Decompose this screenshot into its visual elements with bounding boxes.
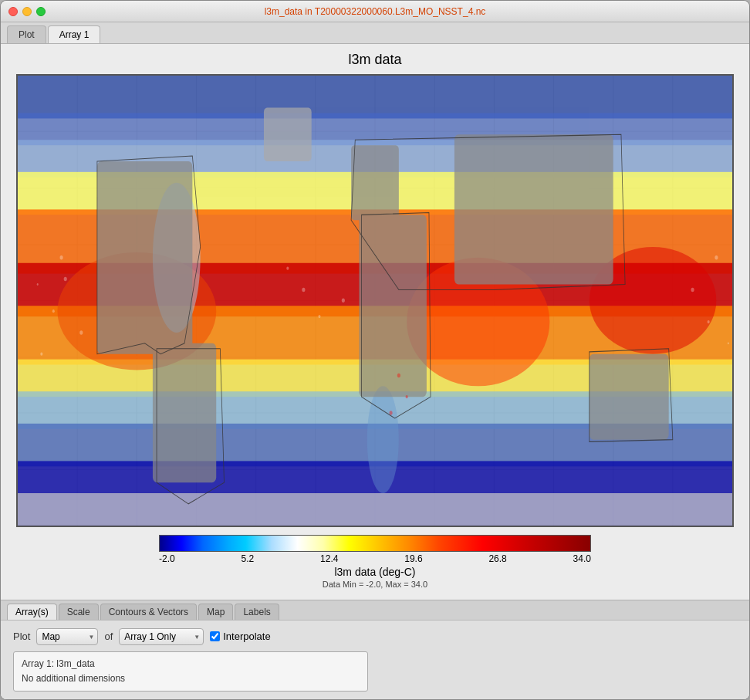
colorbar-labels: -2.0 5.2 12.4 19.6 26.8 34.0 [159, 553, 591, 564]
top-tabs-bar: Plot Array 1 [1, 22, 749, 44]
chart-title: l3m data [16, 52, 734, 68]
svg-point-49 [691, 288, 694, 293]
svg-point-54 [302, 288, 305, 293]
colorbar-tick3: 19.6 [404, 553, 422, 564]
svg-rect-42 [18, 493, 732, 526]
svg-rect-41 [264, 108, 312, 161]
colorbar-tick1: 5.2 [242, 553, 255, 564]
interpolate-checkbox[interactable] [210, 631, 220, 641]
svg-rect-38 [359, 215, 426, 397]
svg-point-51 [715, 255, 718, 260]
svg-point-50 [708, 320, 710, 323]
svg-point-34 [367, 386, 399, 493]
colorbar-tick4: 26.8 [488, 553, 506, 564]
plot-control-row: Plot Map of Array 1 Only Interpolate [13, 628, 737, 645]
svg-point-56 [342, 299, 345, 303]
svg-point-44 [52, 309, 55, 313]
svg-rect-19 [18, 76, 732, 118]
tab-contours-vectors[interactable]: Contours & Vectors [100, 604, 197, 620]
svg-point-46 [40, 353, 42, 356]
svg-point-53 [286, 267, 289, 270]
bottom-tabs-bar: Array(s) Scale Contours & Vectors Map La… [1, 600, 749, 621]
colorbar-min: -2.0 [159, 553, 175, 564]
bottom-content: Plot Map of Array 1 Only Interpolate [1, 621, 749, 699]
traffic-lights [8, 7, 46, 16]
colorbar-axis-label: l3m data (deg-C) [334, 566, 415, 578]
colorbar [159, 535, 591, 552]
array-info-line1: Array 1: l3m_data [22, 657, 360, 671]
tab-labels[interactable]: Labels [235, 604, 279, 620]
svg-point-59 [390, 411, 393, 415]
svg-rect-35 [97, 161, 192, 354]
app-window: l3m_data in T20000322000060.L3m_MO_NSST_… [0, 0, 750, 700]
colorbar-section: -2.0 5.2 12.4 19.6 26.8 34.0 l3m data (d… [16, 535, 734, 589]
maximize-button[interactable] [36, 7, 46, 16]
bottom-panel: Array(s) Scale Contours & Vectors Map La… [1, 600, 749, 699]
array-option-wrapper[interactable]: Array 1 Only [119, 628, 204, 645]
svg-rect-37 [351, 145, 399, 220]
close-button[interactable] [8, 7, 18, 16]
svg-rect-39 [454, 134, 613, 284]
interpolate-label: Interpolate [223, 631, 270, 642]
plot-type-select[interactable]: Map [36, 628, 98, 645]
tab-arrays[interactable]: Array(s) [7, 604, 57, 620]
svg-point-48 [37, 283, 39, 286]
svg-rect-36 [153, 343, 216, 482]
data-stats: Data Min = -2.0, Max = 34.0 [323, 580, 427, 589]
minimize-button[interactable] [22, 7, 32, 16]
svg-point-55 [318, 315, 320, 318]
tab-scale[interactable]: Scale [59, 604, 99, 620]
tab-plot[interactable]: Plot [7, 25, 46, 43]
array-info-box: Array 1: l3m_data No additional dimensio… [13, 651, 368, 692]
array-info-line2: No additional dimensions [22, 671, 360, 686]
svg-rect-40 [590, 354, 669, 440]
svg-point-52 [728, 342, 729, 344]
colorbar-tick2: 12.4 [320, 553, 338, 564]
plot-type-wrapper[interactable]: Map [36, 628, 98, 645]
svg-point-43 [64, 277, 67, 282]
interpolate-row: Interpolate [210, 631, 270, 642]
map-svg [18, 76, 732, 526]
array-option-select[interactable]: Array 1 Only [119, 628, 204, 645]
svg-point-47 [60, 255, 63, 260]
window-title: l3m_data in T20000322000060.L3m_MO_NSST_… [265, 6, 486, 17]
plot-label: Plot [13, 631, 30, 642]
svg-point-45 [79, 330, 83, 335]
of-label: of [104, 631, 113, 642]
titlebar: l3m_data in T20000322000060.L3m_MO_NSST_… [1, 1, 749, 22]
tab-array1[interactable]: Array 1 [48, 25, 101, 43]
tab-map[interactable]: Map [198, 604, 233, 620]
svg-point-58 [406, 395, 408, 398]
map-container [16, 74, 734, 527]
main-content: l3m data [1, 44, 749, 600]
svg-point-57 [397, 374, 400, 378]
colorbar-max: 34.0 [573, 553, 591, 564]
